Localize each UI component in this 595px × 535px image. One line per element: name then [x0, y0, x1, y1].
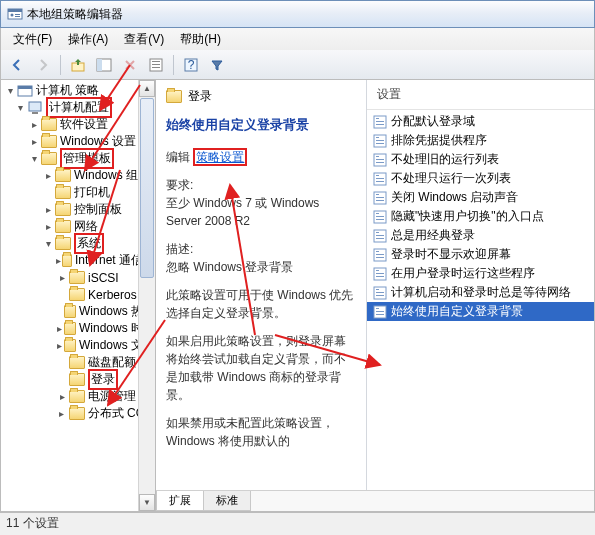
settings-row[interactable]: 计算机启动和登录时总是等待网络	[367, 283, 594, 302]
menu-file[interactable]: 文件(F)	[5, 29, 60, 50]
scroll-up-button[interactable]: ▲	[139, 80, 155, 97]
setting-icon	[373, 210, 387, 224]
folder-icon	[62, 254, 71, 267]
main-content: ▾ 计算机 策略 ▾ 计算机配置 ▸软件设置 ▸Windows 设置 ▾管理模板…	[0, 80, 595, 512]
tree-label: 软件设置	[60, 116, 108, 133]
chevron-down-icon: ▾	[13, 101, 27, 115]
tree-win-file[interactable]: ▸Windows 文件	[1, 337, 155, 354]
svg-rect-36	[376, 197, 384, 198]
chevron-right-icon: ▸	[41, 169, 55, 183]
tab-extended[interactable]: 扩展	[156, 491, 204, 511]
chevron-right-icon: ▸	[55, 339, 64, 353]
tree-software[interactable]: ▸软件设置	[1, 116, 155, 133]
settings-row[interactable]: 不处理只运行一次列表	[367, 169, 594, 188]
folder-icon	[69, 390, 85, 403]
setting-icon	[373, 267, 387, 281]
chevron-down-icon: ▾	[41, 237, 55, 251]
delete-button[interactable]	[118, 53, 142, 77]
tree-admin-templates[interactable]: ▾管理模板	[1, 150, 155, 167]
tab-standard[interactable]: 标准	[203, 491, 251, 511]
tree-internet[interactable]: ▸Internet 通信管	[1, 252, 155, 269]
settings-row[interactable]: 分配默认登录域	[367, 112, 594, 131]
setting-label: 隐藏"快速用户切换"的入口点	[391, 208, 544, 225]
tree-system[interactable]: ▾系统	[1, 235, 155, 252]
tree-label: 登录	[88, 369, 118, 390]
svg-rect-48	[376, 254, 384, 255]
properties-button[interactable]	[144, 53, 168, 77]
settings-row[interactable]: 排除凭据提供程序	[367, 131, 594, 150]
svg-point-2	[11, 14, 14, 17]
tree-label: 控制面板	[74, 201, 122, 218]
menu-view[interactable]: 查看(V)	[116, 29, 172, 50]
up-button[interactable]	[66, 53, 90, 77]
scroll-down-button[interactable]: ▼	[139, 494, 155, 511]
tab-bar: 扩展 标准	[156, 490, 594, 511]
back-button[interactable]	[5, 53, 29, 77]
svg-rect-43	[376, 232, 379, 233]
svg-rect-41	[376, 219, 384, 220]
setting-label: 在用户登录时运行这些程序	[391, 265, 535, 282]
edit-line: 编辑 策略设置	[166, 148, 356, 166]
settings-row[interactable]: 总是用经典登录	[367, 226, 594, 245]
folder-icon	[166, 90, 182, 103]
tree-scrollbar[interactable]: ▲ ▼	[138, 80, 155, 511]
svg-rect-17	[32, 112, 38, 114]
setting-label: 排除凭据提供程序	[391, 132, 487, 149]
settings-row[interactable]: 关闭 Windows 启动声音	[367, 188, 594, 207]
svg-rect-9	[152, 61, 160, 62]
menu-action[interactable]: 操作(A)	[60, 29, 116, 50]
svg-rect-32	[376, 178, 384, 179]
svg-rect-61	[376, 314, 384, 315]
settings-row[interactable]: 始终使用自定义登录背景	[367, 302, 594, 321]
tree-win-time[interactable]: ▸Windows 时间	[1, 320, 155, 337]
svg-rect-7	[97, 59, 102, 71]
scroll-thumb[interactable]	[140, 98, 154, 278]
tree-distributed-com[interactable]: ▸分布式 COM	[1, 405, 155, 422]
policy-icon	[17, 84, 33, 98]
setting-icon	[373, 229, 387, 243]
settings-row[interactable]: 在用户登录时运行这些程序	[367, 264, 594, 283]
tree-iscsi[interactable]: ▸iSCSI	[1, 269, 155, 286]
folder-icon	[55, 220, 71, 233]
svg-rect-57	[376, 295, 384, 296]
folder-icon	[41, 118, 57, 131]
right-pane: 登录 始终使用自定义登录背景 编辑 策略设置 要求: 至少 Windows 7 …	[156, 80, 594, 511]
filter-button[interactable]	[205, 53, 229, 77]
settings-row[interactable]: 登录时不显示欢迎屏幕	[367, 245, 594, 264]
svg-rect-60	[376, 311, 384, 312]
help-button[interactable]: ?	[179, 53, 203, 77]
setting-icon	[373, 134, 387, 148]
setting-icon	[373, 153, 387, 167]
folder-icon	[69, 373, 85, 386]
tree-win-hot[interactable]: Windows 热启	[1, 303, 155, 320]
folder-icon	[55, 186, 71, 199]
tree-control-panel[interactable]: ▸控制面板	[1, 201, 155, 218]
setting-label: 分配默认登录域	[391, 113, 475, 130]
setting-icon	[373, 115, 387, 129]
tree-printers[interactable]: 打印机	[1, 184, 155, 201]
menu-help[interactable]: 帮助(H)	[172, 29, 229, 50]
folder-icon	[69, 288, 85, 301]
svg-rect-49	[376, 257, 384, 258]
computer-icon	[27, 101, 43, 115]
tree-label: 打印机	[74, 184, 110, 201]
tree-win-components[interactable]: ▸Windows 组件	[1, 167, 155, 184]
tree-logon[interactable]: 登录	[1, 371, 155, 388]
tree-computer-config[interactable]: ▾ 计算机配置	[1, 99, 155, 116]
show-hide-tree-button[interactable]	[92, 53, 116, 77]
svg-rect-15	[18, 86, 32, 89]
tree-kerberos[interactable]: Kerberos	[1, 286, 155, 303]
tree-disk-quota[interactable]: 磁盘配额	[1, 354, 155, 371]
folder-icon	[64, 322, 75, 335]
policy-settings-link[interactable]: 策略设置	[193, 148, 247, 166]
forward-button[interactable]	[31, 53, 55, 77]
tree-power[interactable]: ▸电源管理	[1, 388, 155, 405]
settings-row[interactable]: 隐藏"快速用户切换"的入口点	[367, 207, 594, 226]
settings-row[interactable]: 不处理旧的运行列表	[367, 150, 594, 169]
svg-rect-39	[376, 213, 379, 214]
svg-rect-16	[29, 102, 41, 111]
chevron-right-icon: ▸	[55, 322, 64, 336]
chevron-right-icon: ▸	[55, 271, 69, 285]
folder-icon	[41, 135, 57, 148]
svg-rect-59	[376, 308, 379, 309]
